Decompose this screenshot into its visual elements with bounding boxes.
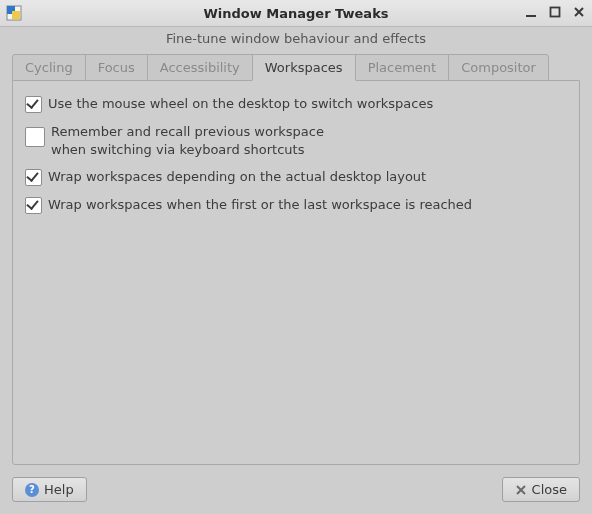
tab-panel-workspaces: Use the mouse wheel on the desktop to sw… (12, 80, 580, 465)
titlebar: Window Manager Tweaks (0, 0, 592, 27)
tab-frame: Cycling Focus Accessibility Workspaces P… (12, 54, 580, 465)
help-icon: ? (25, 483, 39, 497)
tab-accessibility[interactable]: Accessibility (147, 54, 253, 81)
checkbox-icon[interactable] (25, 197, 42, 214)
window: Window Manager Tweaks Fine-tune window b… (0, 0, 592, 514)
svg-rect-2 (12, 11, 20, 19)
option-wrap-layout[interactable]: Wrap workspaces depending on the actual … (25, 168, 567, 186)
minimize-button[interactable] (524, 6, 538, 21)
close-button-label: Close (532, 482, 567, 497)
option-label: Wrap workspaces when the first or the la… (48, 196, 472, 214)
help-button[interactable]: ? Help (12, 477, 87, 502)
tab-compositor[interactable]: Compositor (448, 54, 549, 81)
tab-cycling[interactable]: Cycling (12, 54, 86, 81)
checkbox-icon[interactable] (25, 96, 42, 113)
close-icon (515, 484, 527, 496)
help-button-label: Help (44, 482, 74, 497)
window-title: Window Manager Tweaks (0, 6, 592, 21)
option-wrap-first-last[interactable]: Wrap workspaces when the first or the la… (25, 196, 567, 214)
option-remember-previous[interactable]: Remember and recall previous workspacewh… (25, 123, 567, 158)
option-label: Use the mouse wheel on the desktop to sw… (48, 95, 433, 113)
window-subtitle: Fine-tune window behaviour and effects (0, 27, 592, 54)
option-label: Remember and recall previous workspacewh… (51, 123, 324, 158)
tab-focus[interactable]: Focus (85, 54, 148, 81)
content-area: Cycling Focus Accessibility Workspaces P… (0, 54, 592, 514)
checkbox-icon[interactable] (25, 169, 42, 186)
option-label: Wrap workspaces depending on the actual … (48, 168, 426, 186)
option-mousewheel-switch[interactable]: Use the mouse wheel on the desktop to sw… (25, 95, 567, 113)
tab-bar: Cycling Focus Accessibility Workspaces P… (12, 54, 580, 81)
app-icon (6, 5, 22, 21)
button-bar: ? Help Close (12, 465, 580, 502)
checkbox-icon[interactable] (25, 127, 45, 147)
svg-rect-3 (526, 15, 536, 17)
close-button[interactable] (572, 6, 586, 21)
svg-rect-4 (551, 7, 560, 16)
close-dialog-button[interactable]: Close (502, 477, 580, 502)
tab-placement[interactable]: Placement (355, 54, 450, 81)
maximize-button[interactable] (548, 6, 562, 21)
tab-workspaces[interactable]: Workspaces (252, 54, 356, 81)
window-controls (524, 6, 586, 21)
